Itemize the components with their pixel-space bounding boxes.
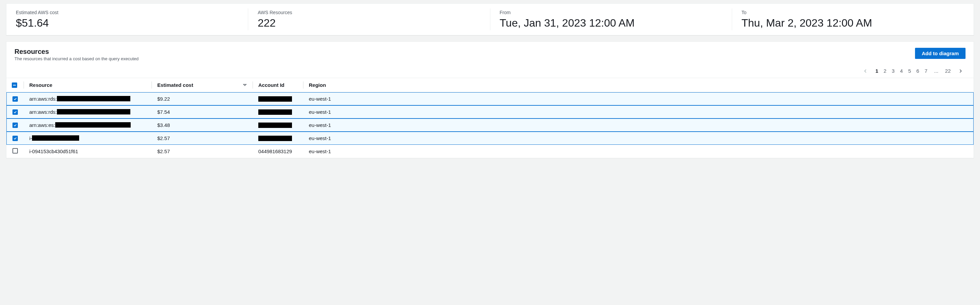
resource-cell: arn:aws:es: — [24, 119, 152, 132]
header-resource[interactable]: Resource — [24, 78, 152, 92]
summary-resources: AWS Resources 222 — [248, 8, 490, 30]
add-to-diagram-button[interactable]: Add to diagram — [915, 48, 966, 59]
region-cell: eu-west-1 — [304, 105, 974, 119]
redacted-block — [32, 135, 79, 141]
resource-cell: i-094153cb430d51f61 — [24, 145, 152, 158]
resource-cell: arn:aws:rds: — [24, 92, 152, 105]
region-cell: eu-west-1 — [304, 92, 974, 105]
resources-header: Resources The resources that incurred a … — [6, 42, 974, 64]
summary-to-value: Thu, Mar 2, 2023 12:00 AM — [741, 17, 964, 29]
summary-from-value: Tue, Jan 31, 2023 12:00 AM — [500, 17, 722, 29]
redacted-block — [258, 96, 292, 102]
header-account[interactable]: Account Id — [253, 78, 304, 92]
cost-cell: $2.57 — [152, 132, 253, 145]
summary-to-label: To — [741, 10, 964, 15]
account-cell — [253, 119, 304, 132]
account-cell — [253, 92, 304, 105]
region-cell: eu-west-1 — [304, 119, 974, 132]
cost-cell: $7.54 — [152, 105, 253, 119]
resources-title: Resources — [14, 48, 139, 56]
row-checkbox[interactable] — [13, 96, 18, 102]
region-cell: eu-west-1 — [304, 132, 974, 145]
table-row[interactable]: arn:aws:rds:$7.54eu-west-1 — [6, 105, 974, 119]
pagination-page-3[interactable]: 3 — [889, 67, 897, 75]
pagination-last[interactable]: 22 — [942, 67, 953, 75]
region-cell: eu-west-1 — [304, 145, 974, 158]
row-checkbox[interactable] — [13, 148, 18, 154]
redacted-block — [258, 136, 292, 141]
redacted-block — [57, 109, 130, 114]
resource-text: arn:aws:rds: — [29, 96, 57, 102]
cost-cell: $3.48 — [152, 119, 253, 132]
svg-rect-0 — [13, 85, 16, 86]
pagination: 1234567 ... 22 — [6, 64, 974, 78]
pagination-page-4[interactable]: 4 — [897, 67, 905, 75]
redacted-block — [55, 122, 130, 127]
summary-resources-label: AWS Resources — [258, 10, 480, 15]
summary-from-label: From — [500, 10, 722, 15]
pagination-page-1[interactable]: 1 — [873, 67, 881, 75]
header-cost[interactable]: Estimated cost — [152, 78, 253, 92]
summary-cost-value: $51.64 — [16, 17, 239, 29]
row-checkbox[interactable] — [13, 110, 18, 115]
resource-text: i- — [29, 135, 32, 141]
cost-cell: $9.22 — [152, 92, 253, 105]
resource-text: arn:aws:es: — [29, 122, 55, 128]
resources-card: Resources The resources that incurred a … — [6, 41, 974, 159]
table-row[interactable]: arn:aws:es:$3.48eu-west-1 — [6, 119, 974, 132]
row-checkbox[interactable] — [13, 136, 18, 141]
sort-descending-icon — [243, 82, 247, 88]
resources-table: Resource Estimated cost Account Id — [6, 78, 974, 158]
redacted-block — [57, 96, 130, 101]
header-select-all[interactable] — [6, 78, 24, 92]
pagination-prev[interactable] — [861, 67, 870, 75]
redacted-block — [258, 110, 292, 115]
account-cell — [253, 105, 304, 119]
resource-cell: i- — [24, 132, 152, 145]
cost-cell: $2.57 — [152, 145, 253, 158]
table-row[interactable]: i-$2.57eu-west-1 — [6, 132, 974, 145]
summary-card: Estimated AWS cost $51.64 AWS Resources … — [6, 3, 974, 35]
summary-resources-value: 222 — [258, 17, 480, 29]
resource-cell: arn:aws:rds: — [24, 105, 152, 119]
summary-from: From Tue, Jan 31, 2023 12:00 AM — [490, 8, 732, 30]
account-cell: 044981683129 — [253, 145, 304, 158]
resource-text: i-094153cb430d51f61 — [29, 148, 78, 154]
pagination-page-6[interactable]: 6 — [914, 67, 922, 75]
resources-subtitle: The resources that incurred a cost based… — [14, 56, 139, 61]
select-all-checkbox[interactable] — [12, 83, 17, 88]
row-checkbox[interactable] — [13, 122, 18, 128]
pagination-ellipsis: ... — [932, 67, 940, 75]
table-row[interactable]: i-094153cb430d51f61$2.57044981683129eu-w… — [6, 145, 974, 158]
pagination-page-7[interactable]: 7 — [922, 67, 930, 75]
table-row[interactable]: arn:aws:rds:$9.22eu-west-1 — [6, 92, 974, 105]
pagination-page-5[interactable]: 5 — [905, 67, 914, 75]
pagination-next[interactable] — [955, 67, 966, 75]
header-region[interactable]: Region — [304, 78, 974, 92]
summary-cost-label: Estimated AWS cost — [16, 10, 239, 15]
resources-title-group: Resources The resources that incurred a … — [14, 48, 139, 61]
pagination-page-2[interactable]: 2 — [881, 67, 889, 75]
redacted-block — [258, 122, 292, 128]
account-cell — [253, 132, 304, 145]
summary-cost: Estimated AWS cost $51.64 — [6, 8, 248, 30]
summary-to: To Thu, Mar 2, 2023 12:00 AM — [732, 8, 974, 30]
resource-text: arn:aws:rds: — [29, 109, 57, 115]
